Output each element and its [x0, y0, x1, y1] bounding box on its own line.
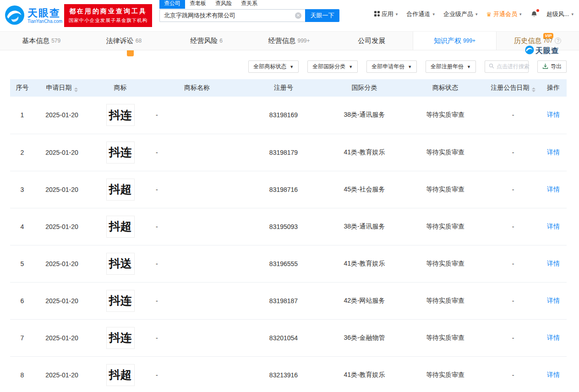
nav-cooperation[interactable]: 合作通道 ▾: [406, 10, 435, 18]
tab-intellectual-property[interactable]: 知识产权 999+: [413, 32, 496, 50]
tab-count: 579: [51, 38, 60, 44]
cell-registration-no: 83196555: [243, 245, 324, 282]
search-tab-boss[interactable]: 查老板: [185, 0, 211, 9]
cell-announce-date: -: [486, 134, 540, 171]
slogan-line2: 国家中小企业发展子基金旗下机构: [69, 17, 148, 24]
nav-vip-label: 开通会员: [493, 10, 517, 18]
tab-operating-info[interactable]: 经营信息 999+: [248, 32, 330, 50]
cell-no: 1: [10, 97, 34, 134]
nav-open-vip[interactable]: ♛ 开通会员 ▾: [486, 10, 521, 18]
notification-bell-icon[interactable]: [530, 11, 538, 18]
nav-apps-label: 应用: [382, 10, 393, 18]
chevron-down-icon: ▼: [467, 65, 471, 69]
search-button[interactable]: 天眼一下: [305, 9, 339, 22]
cell-intl-class: 38类-通讯服务: [324, 208, 404, 245]
trademark-image[interactable]: 抖连: [106, 290, 135, 312]
cell-action: 详情: [540, 97, 567, 134]
chevron-down-icon: ▾: [571, 12, 574, 16]
detail-link[interactable]: 详情: [547, 260, 560, 267]
watermark-text: 天眼查: [535, 46, 559, 56]
notification-dot: [536, 9, 539, 12]
detail-link[interactable]: 详情: [547, 223, 560, 230]
cell-action: 详情: [540, 134, 567, 171]
cell-trademark: 抖超: [89, 356, 151, 392]
chevron-down-icon: ▾: [519, 12, 522, 16]
tab-count: 68: [136, 38, 142, 44]
search-placeholder: 点击进行搜索: [497, 63, 530, 71]
detail-link[interactable]: 详情: [547, 297, 560, 304]
slogan-line1: 都在用的商业查询工具: [69, 7, 147, 16]
cell-announce-date: -: [486, 319, 540, 356]
search-icon: [489, 63, 494, 70]
filter-label: 全部商标状态: [253, 63, 286, 71]
search-tab-risk[interactable]: 查风险: [211, 0, 236, 9]
tab-label: 经营信息: [268, 37, 295, 45]
partial-vip-badge: [127, 50, 134, 56]
trademark-image[interactable]: 抖超: [106, 216, 135, 238]
cell-action: 详情: [540, 282, 567, 319]
tab-company-development[interactable]: 公司发展: [330, 32, 413, 50]
trademark-image[interactable]: 抖连: [106, 142, 135, 163]
search-tab-relation[interactable]: 查关系: [236, 0, 262, 9]
trademark-image[interactable]: 抖超: [106, 364, 135, 386]
cell-trademark: 抖超: [89, 171, 151, 208]
filter-trademark-status[interactable]: 全部商标状态 ▼: [248, 60, 299, 73]
cell-status: 等待实质审查: [404, 171, 486, 208]
tianyancha-logo[interactable]: 天眼查 TianYanCha.com: [5, 5, 62, 27]
header-date-label: 申请日期: [46, 84, 72, 91]
nav-super-risk[interactable]: 超级风... ▾: [546, 10, 574, 18]
table-search-box[interactable]: 点击进行搜索: [485, 60, 529, 73]
cell-intl-class: 36类-金融物管: [324, 319, 404, 356]
search-tab-company[interactable]: 查公司: [159, 0, 185, 9]
detail-link[interactable]: 详情: [547, 148, 560, 156]
cell-apply-date: 2025-01-20: [34, 171, 89, 208]
cell-no: 8: [10, 356, 34, 392]
cell-status: 等待实质审查: [404, 208, 486, 245]
tab-count: 707: [543, 38, 552, 44]
header-announce[interactable]: 注册公告日期: [486, 79, 540, 97]
cell-action: 详情: [540, 245, 567, 282]
cell-trademark-name: -: [151, 171, 243, 208]
trademark-image[interactable]: 抖连: [106, 104, 135, 126]
cell-intl-class: 41类-教育娱乐: [324, 356, 404, 392]
help-question-icon[interactable]: ?: [555, 38, 561, 44]
trademark-image[interactable]: 抖超: [106, 179, 135, 201]
tab-basic-info[interactable]: 基本信息 579: [0, 32, 82, 50]
cell-trademark-name: -: [151, 97, 243, 134]
export-button[interactable]: 导出: [537, 60, 567, 73]
table-row: 5 2025-01-20 抖送 - 83196555 41类-教育娱乐 等待实质…: [10, 245, 567, 282]
tab-legal-litigation[interactable]: 法律诉讼 68: [82, 32, 165, 50]
filter-apply-year[interactable]: 全部申请年份 ▼: [366, 60, 417, 73]
tab-label: 法律诉讼: [106, 37, 134, 45]
header-no: 序号: [10, 79, 34, 97]
cell-apply-date: 2025-01-20: [34, 319, 89, 356]
clear-input-icon[interactable]: ✕: [295, 12, 301, 19]
cell-announce-date: -: [486, 171, 540, 208]
sort-icon[interactable]: [532, 87, 535, 92]
chevron-down-icon: ▾: [396, 12, 398, 16]
nav-enterprise[interactable]: 企业级产品 ▾: [443, 10, 478, 18]
detail-link[interactable]: 详情: [547, 111, 560, 118]
header-regno: 注册号: [243, 79, 324, 97]
detail-link[interactable]: 详情: [547, 334, 560, 341]
company-search-input[interactable]: [159, 9, 305, 22]
detail-link[interactable]: 详情: [547, 371, 560, 378]
filter-intl-class[interactable]: 全部国际分类 ▼: [307, 60, 358, 73]
detail-link[interactable]: 详情: [547, 185, 560, 193]
trademark-image[interactable]: 抖连: [106, 327, 135, 349]
cell-trademark-name: -: [151, 134, 243, 171]
tab-count: 999+: [297, 38, 310, 44]
cell-no: 4: [10, 208, 34, 245]
sort-icon[interactable]: [74, 87, 78, 92]
nav-apps[interactable]: 应用 ▾: [374, 10, 398, 18]
cell-no: 2: [10, 134, 34, 171]
trademark-image[interactable]: 抖送: [106, 253, 135, 275]
header-announce-label: 注册公告日期: [491, 84, 530, 91]
cell-no: 7: [10, 319, 34, 356]
tab-operating-risk[interactable]: 经营风险 6: [165, 32, 248, 50]
cell-intl-class: 41类-教育娱乐: [324, 134, 404, 171]
trademark-table: 序号 申请日期 商标 商标名称 注册号 国际分类 商标状态 注册公告日期 操作 …: [10, 79, 567, 392]
cell-action: 详情: [540, 319, 567, 356]
header-date[interactable]: 申请日期: [34, 79, 89, 97]
filter-reg-year[interactable]: 全部注册年份 ▼: [426, 60, 476, 73]
